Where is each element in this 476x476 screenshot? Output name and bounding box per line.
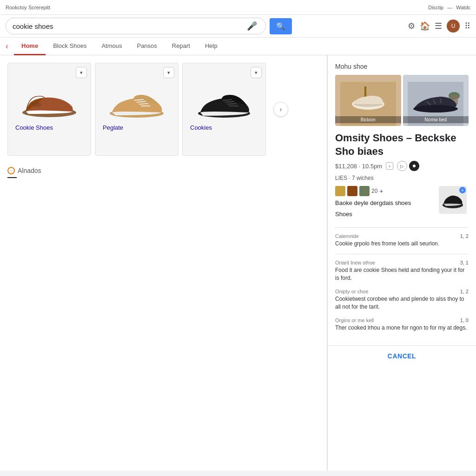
- price-expand-button[interactable]: ›: [386, 162, 393, 170]
- product-card-0: ▾ Cookie Shoes: [7, 63, 91, 156]
- review-source-3: Orgins or me kell: [335, 317, 374, 323]
- next-arrow[interactable]: ›: [273, 102, 288, 117]
- alnados-label: Alnados: [18, 167, 41, 174]
- play-circle-button[interactable]: ▷: [397, 161, 407, 171]
- side-thumbnail[interactable]: +: [439, 186, 467, 214]
- svg-line-5: [139, 104, 148, 104]
- shoe-image-2: [194, 88, 254, 120]
- toolbar-icons: ⚙ 🏠 ☰ U ⠿: [408, 20, 470, 33]
- shoe-img-box-right: Nomw bed: [403, 75, 469, 126]
- review-header-2: Onipty or choe 1, 2: [335, 289, 469, 294]
- tab-pansos[interactable]: Pansos: [129, 38, 164, 55]
- shoe-img-box-left: Bickion: [335, 75, 401, 126]
- swatch-count: 20: [371, 188, 377, 194]
- svg-point-19: [413, 105, 458, 112]
- play-icons: ▷: [397, 161, 419, 171]
- topbar-right: Disctip — Watdc: [428, 5, 470, 10]
- shoe-images-row: Bickion: [335, 75, 469, 126]
- product-label-2[interactable]: Cookies: [190, 124, 212, 131]
- search-icon: 🔍: [276, 22, 285, 30]
- review-source-1: Oriarit Inew sthoe: [335, 260, 375, 265]
- swatch-1[interactable]: [347, 186, 357, 196]
- swatches-row: 20 +: [335, 186, 437, 196]
- product-label-0[interactable]: Cookie Shoes: [15, 124, 53, 131]
- product-desc-2: Shoes: [335, 210, 437, 218]
- price-row: $11,208 · 10.5pm › ▷: [335, 161, 469, 171]
- product-title: Omsity Shoes – Beckske Sho biaes: [335, 132, 469, 158]
- product-label-1[interactable]: Peglate: [103, 124, 123, 131]
- thumb-plus-icon: +: [459, 187, 466, 193]
- main-layout: ▾ Cookie Shoes ▾: [0, 55, 476, 471]
- search-input[interactable]: [13, 22, 247, 30]
- play-dot-button[interactable]: [409, 161, 419, 171]
- mic-icon[interactable]: 🎤: [247, 21, 257, 31]
- review-score-2: 1, 2: [460, 289, 469, 294]
- review-score-1: 3, 1: [460, 260, 469, 265]
- topbar-watdc: Watdc: [456, 5, 470, 10]
- list-icon[interactable]: ☰: [435, 21, 442, 31]
- review-text-1: Food it are cookie Shoes held and fondin…: [335, 266, 469, 282]
- searchbar-row: 🎤 🔍 ⚙ 🏠 ☰ U ⠿: [0, 15, 476, 38]
- shoe-img-label-left: Bickion: [335, 116, 401, 123]
- review-source-2: Onipty or choe: [335, 289, 369, 294]
- tab-home[interactable]: Home: [14, 38, 46, 55]
- swatch-plus: +: [379, 187, 383, 195]
- topbar-sep: —: [447, 5, 452, 10]
- card-dropdown-0[interactable]: ▾: [76, 67, 87, 78]
- tab-atmous[interactable]: Atmous: [94, 38, 129, 55]
- review-header-1: Oriarit Inew sthoe 3, 1: [335, 260, 469, 265]
- review-source-0: Calernride: [335, 233, 359, 239]
- alnados-header: ○ Alnados: [7, 167, 319, 174]
- product-cards-row: ▾ Cookie Shoes ▾: [7, 63, 319, 156]
- review-item-3: Orgins or me kell 1, 0 Ther cooked lrhou…: [335, 317, 469, 332]
- avatar[interactable]: U: [447, 20, 460, 33]
- review-item-2: Onipty or choe 1, 2 Cookietwest corobee …: [335, 289, 469, 311]
- review-score-3: 1, 0: [460, 317, 469, 323]
- nav-tabs: ‹ Home Block Shoes Atmous Pansos Repart …: [0, 38, 476, 55]
- swatch-0[interactable]: [335, 186, 345, 196]
- filter-icon[interactable]: ⚙: [408, 21, 415, 31]
- product-price: $11,208 · 10.5pm: [335, 163, 382, 170]
- svg-point-20: [413, 165, 416, 167]
- mohu-title: Mohu shoe: [335, 63, 469, 70]
- swatches-desc-row: 20 + Baoke deyle dergdais shoes Shoes +: [335, 186, 469, 221]
- review-text-3: Ther cooked lrhou a mone for ngon to for…: [335, 324, 469, 332]
- alnados-section: ○ Alnados: [7, 167, 319, 178]
- swatches-desc: 20 + Baoke deyle dergdais shoes Shoes: [335, 186, 437, 221]
- review-header-0: Calernride 1, 2: [335, 233, 469, 239]
- alnados-icon: ○: [7, 167, 15, 174]
- right-panel-content: Mohu shoe Bickion: [328, 55, 476, 345]
- tab-help[interactable]: Help: [198, 38, 225, 55]
- left-panel: ▾ Cookie Shoes ▾: [0, 55, 327, 471]
- review-text-2: Cookietwest corobee who and plende to al…: [335, 295, 469, 311]
- product-card-1: ▾ Peglate: [95, 63, 178, 156]
- svg-line-10: [227, 104, 237, 104]
- right-panel: Mohu shoe Bickion: [327, 55, 476, 471]
- topbar-disctip: Disctip: [428, 5, 443, 10]
- tab-repart[interactable]: Repart: [165, 38, 198, 55]
- card-dropdown-1[interactable]: ▾: [163, 67, 174, 78]
- alnados-divider: [7, 177, 17, 178]
- shoe-image-1: [106, 88, 167, 120]
- home-icon[interactable]: 🏠: [420, 21, 430, 31]
- product-desc-1: Baoke deyle dergdais shoes: [335, 199, 437, 207]
- card-dropdown-2[interactable]: ▾: [251, 67, 262, 78]
- cancel-button[interactable]: CANCEL: [328, 345, 476, 366]
- reviews-list: Calernride 1, 2 Cookie grpolo fres frome…: [335, 233, 469, 332]
- divider-1: [335, 254, 469, 254]
- topbar-title: Rookctoy Screrepitt: [6, 5, 50, 10]
- tab-block-shoes[interactable]: Block Shoes: [46, 38, 94, 55]
- search-button[interactable]: 🔍: [270, 18, 292, 34]
- review-score-0: 1, 2: [460, 233, 469, 239]
- search-input-wrap[interactable]: 🎤: [6, 18, 266, 34]
- svg-point-1: [32, 102, 41, 107]
- review-text-0: Cookie grpolo fres frome loets aill seur…: [335, 240, 469, 248]
- grid-icon[interactable]: ⠿: [464, 21, 470, 31]
- review-header-3: Orgins or me kell 1, 0: [335, 317, 469, 323]
- swatch-2[interactable]: [359, 186, 370, 196]
- nav-back-button[interactable]: ‹: [6, 41, 8, 51]
- shoe-image-0: [19, 88, 79, 120]
- product-card-2: ▾ Cookies: [182, 63, 266, 156]
- divider-0: [335, 227, 469, 228]
- review-item-0: Calernride 1, 2 Cookie grpolo fres frome…: [335, 233, 469, 248]
